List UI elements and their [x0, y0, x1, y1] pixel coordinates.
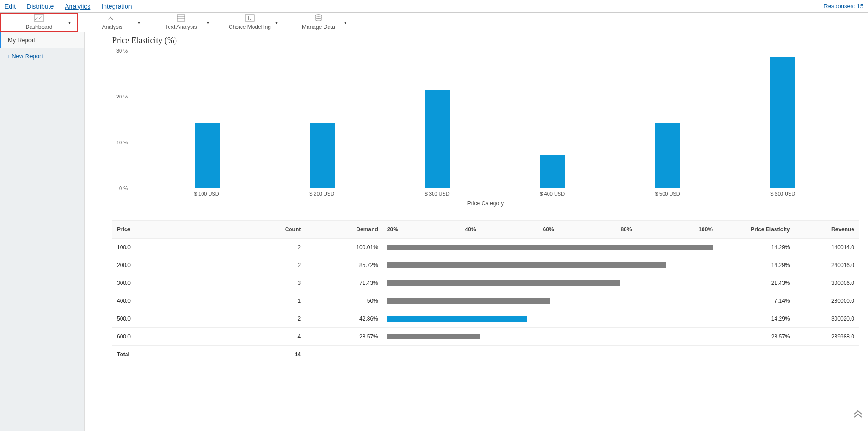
- scroll-top-icon[interactable]: [853, 409, 863, 420]
- nav-integration[interactable]: Integration: [101, 1, 132, 12]
- bar-4[interactable]: [655, 123, 680, 188]
- toolbar-label: Choice Modelling: [229, 24, 271, 30]
- cell-pe: 14.29%: [717, 239, 795, 256]
- toolbar-label: Analysis: [102, 24, 123, 30]
- table-row[interactable]: 200.0285.72%14.29%240016.0: [112, 256, 859, 274]
- cell-revenue: 239988.0: [795, 328, 859, 346]
- cell-bar: [383, 239, 717, 256]
- bar-chart: 30 %20 %10 %0 % $ 100 USD$ 200 USD$ 300 …: [112, 51, 859, 207]
- toolbar-icon: [34, 14, 44, 24]
- y-tick: 0 %: [119, 185, 128, 191]
- toolbar-label: Dashboard: [26, 24, 53, 30]
- th-price[interactable]: Price: [112, 221, 228, 239]
- pct-axis-tick: 40%: [465, 226, 476, 233]
- bar-3[interactable]: [540, 155, 565, 188]
- x-tick: $ 200 USD: [264, 188, 380, 207]
- cell-price: 400.0: [112, 292, 228, 310]
- bar-0[interactable]: [195, 123, 220, 188]
- bar-5[interactable]: [770, 57, 795, 188]
- table-row[interactable]: 600.0428.57%28.57%239988.0: [112, 328, 859, 346]
- toolbar-dashboard[interactable]: Dashboard▾: [0, 13, 78, 32]
- svg-point-10: [315, 15, 322, 16]
- cell-revenue: 300020.0: [795, 310, 859, 328]
- th-revenue[interactable]: Revenue: [795, 221, 859, 239]
- cell-bar: [383, 292, 717, 310]
- toolbar: Dashboard▾Analysis▾Text Analysis▾Choice …: [0, 13, 868, 32]
- responses-value: 15: [857, 3, 863, 10]
- cell-demand: 42.86%: [305, 310, 383, 328]
- cell-price: 500.0: [112, 310, 228, 328]
- toolbar-manage-data[interactable]: Manage Data▾: [284, 13, 353, 32]
- cell-bar: [383, 310, 717, 328]
- chevron-down-icon[interactable]: ▾: [275, 20, 278, 25]
- cell-demand: 85.72%: [305, 256, 383, 274]
- cell-demand: 28.57%: [305, 328, 383, 346]
- th-demand[interactable]: Demand: [305, 221, 383, 239]
- chevron-down-icon[interactable]: ▾: [138, 20, 140, 25]
- cell-revenue: 140014.0: [795, 239, 859, 256]
- cell-demand: 71.43%: [305, 274, 383, 292]
- x-tick: $ 500 USD: [610, 188, 725, 207]
- pct-axis-tick: 60%: [543, 226, 554, 233]
- cell-count: 3: [228, 274, 306, 292]
- responses-label: Responses:: [824, 3, 855, 10]
- cell-pe: 14.29%: [717, 256, 795, 274]
- x-tick: $ 400 USD: [495, 188, 610, 207]
- cell-price: 100.0: [112, 239, 228, 256]
- cell-pe: 21.43%: [717, 274, 795, 292]
- cell-pe: 28.57%: [717, 328, 795, 346]
- table-row[interactable]: 100.02100.01%14.29%140014.0: [112, 239, 859, 256]
- x-axis-label: Price Category: [467, 200, 504, 207]
- pct-axis-tick: 20%: [387, 226, 398, 233]
- cell-count: 2: [228, 256, 306, 274]
- cell-revenue: 280000.0: [795, 292, 859, 310]
- cell-pe: 14.29%: [717, 310, 795, 328]
- chevron-down-icon[interactable]: ▾: [207, 20, 209, 25]
- cell-price: 200.0: [112, 256, 228, 274]
- bar-1[interactable]: [310, 123, 335, 188]
- new-report-button[interactable]: + New Report: [0, 48, 84, 64]
- y-tick: 20 %: [116, 94, 128, 99]
- toolbar-label: Text Analysis: [165, 24, 197, 30]
- chart-title: Price Elasticity (%): [112, 36, 859, 45]
- table-total-row: Total14: [112, 346, 859, 364]
- th-count[interactable]: Count: [228, 221, 306, 239]
- cell-price: 600.0: [112, 328, 228, 346]
- bar-2[interactable]: [425, 90, 450, 188]
- y-tick: 30 %: [116, 48, 128, 54]
- table-row[interactable]: 300.0371.43%21.43%300006.0: [112, 274, 859, 292]
- th-price-elasticity[interactable]: Price Elasticity: [717, 221, 795, 239]
- responses-count: Responses: 15: [824, 3, 863, 10]
- cell-bar: [383, 274, 717, 292]
- toolbar-label: Manage Data: [302, 24, 335, 30]
- nav-edit[interactable]: Edit: [5, 1, 16, 12]
- main-content: Price Elasticity (%) 30 %20 %10 %0 % $ 1…: [85, 32, 868, 431]
- cell-count: 2: [228, 239, 306, 256]
- table-row[interactable]: 400.0150%7.14%280000.0: [112, 292, 859, 310]
- toolbar-icon: [107, 14, 117, 24]
- svg-rect-8: [248, 16, 249, 20]
- toolbar-analysis[interactable]: Analysis▾: [78, 13, 147, 32]
- toolbar-text-analysis[interactable]: Text Analysis▾: [147, 13, 215, 32]
- toolbar-icon: [177, 14, 185, 24]
- cell-revenue: 240016.0: [795, 256, 859, 274]
- th-pct-axis: 20%40%60%80%100%: [383, 221, 717, 239]
- toolbar-icon: [314, 14, 323, 24]
- chevron-down-icon[interactable]: ▾: [68, 20, 71, 25]
- table-row[interactable]: 500.0242.86%14.29%300020.0: [112, 310, 859, 328]
- chevron-down-icon[interactable]: ▾: [344, 20, 346, 25]
- svg-rect-9: [250, 19, 251, 20]
- svg-point-2: [112, 19, 113, 20]
- nav-analytics[interactable]: Analytics: [65, 1, 90, 12]
- toolbar-choice-modelling[interactable]: Choice Modelling▾: [215, 13, 284, 32]
- cell-demand: 100.01%: [305, 239, 383, 256]
- cell-total-count: 14: [228, 346, 306, 364]
- cell-demand: 50%: [305, 292, 383, 310]
- pct-axis-tick: 80%: [621, 226, 632, 233]
- svg-point-1: [110, 17, 111, 18]
- nav-distribute[interactable]: Distribute: [27, 1, 54, 12]
- sidebar-item-my-report[interactable]: My Report: [0, 32, 84, 48]
- top-nav: EditDistributeAnalyticsIntegration Respo…: [0, 0, 868, 13]
- cell-bar: [383, 256, 717, 274]
- cell-revenue: 300006.0: [795, 274, 859, 292]
